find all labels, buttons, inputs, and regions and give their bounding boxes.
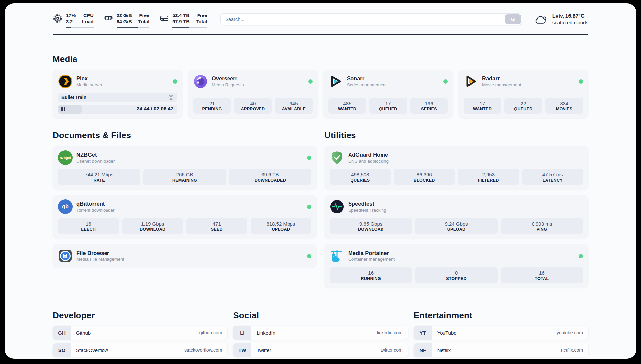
search-bar: G xyxy=(220,13,522,25)
pause-icon[interactable] xyxy=(61,107,65,111)
stat-tile: 0.993 ms PING xyxy=(501,218,583,234)
weather-location: Lviv, 16.87°C xyxy=(552,13,588,19)
plex-icon xyxy=(58,74,73,89)
stat-tile: 9.24 Gbps UPLOAD xyxy=(415,218,497,234)
app-title: NZBGet xyxy=(76,151,115,158)
now-playing-row[interactable]: Bullet Train xyxy=(58,93,177,102)
utilities-column: Utilities xyxy=(324,130,588,288)
app-card-radarr[interactable]: Radarr Movie management 17 WANTED 22 QUE… xyxy=(458,70,588,118)
portainer-icon xyxy=(330,249,344,263)
app-card-plex[interactable]: Plex Media server Bullet Train 24:44 / 0… xyxy=(53,70,183,118)
stat-label: QUERIES xyxy=(331,178,389,183)
memory-free: 22 GiB xyxy=(117,13,132,18)
cpu-load: 3.2 xyxy=(66,19,76,25)
app-card-nzbget[interactable]: nzbget NZBGet Usenet downloader 744.21 M… xyxy=(53,146,317,190)
stat-value: 744.21 Mbps xyxy=(59,171,139,178)
link-label: LinkedIn xyxy=(257,330,275,336)
stat-value: 86,396 xyxy=(395,171,454,178)
app-card-filebrowser[interactable]: File Browser Media File Management xyxy=(53,244,317,268)
app-subtitle: Media Requests xyxy=(212,82,244,88)
app-card-qbittorrent[interactable]: qb qBittorrent Torrent downloader 16 LEE… xyxy=(53,195,317,239)
app-title: Media Portainer xyxy=(348,250,395,257)
cpu-stat: 17% CPU 3.2 Load xyxy=(53,13,94,28)
stat-tile: 266 GB REMAINING xyxy=(143,169,226,185)
app-title: Plex xyxy=(76,75,102,82)
status-dot xyxy=(308,79,313,84)
ram-icon xyxy=(104,14,113,23)
app-card-adguard[interactable]: AdGuard Home DNS and adblocking 498,508 … xyxy=(324,146,588,190)
stat-tile: 1.19 Gbps DOWNLOAD xyxy=(122,218,183,234)
now-playing-camera-icon[interactable] xyxy=(168,94,174,100)
link-linkedin[interactable]: LI LinkedIn linkedin.com xyxy=(233,326,408,340)
stat-tile: 17 QUEUED xyxy=(369,98,407,114)
stat-value: 2,953 xyxy=(459,171,518,178)
link-url: github.com xyxy=(199,330,222,335)
app-subtitle: Media File Management xyxy=(76,257,124,262)
app-title: Overseerr xyxy=(212,75,244,82)
disk-progress-bar xyxy=(172,27,207,28)
developer-section: Developer GH Github github.com SO StackO… xyxy=(53,310,227,359)
stat-label: STOPPED xyxy=(416,276,496,281)
stat-label: UPLOAD xyxy=(416,227,496,232)
stat-label: SERIES xyxy=(412,106,446,112)
disk-total: 97.9 TB xyxy=(172,19,190,25)
link-twitter[interactable]: TW Twitter twitter.com xyxy=(233,343,408,357)
stat-value: 471 xyxy=(188,221,246,227)
app-subtitle: Container management xyxy=(348,257,395,262)
app-card-overseerr[interactable]: Overseerr Media Requests 21 PENDING 40 A… xyxy=(188,70,318,118)
top-divider xyxy=(53,34,588,35)
app-title: File Browser xyxy=(76,250,124,257)
stat-value: 17 xyxy=(371,100,406,106)
memory-label-2: Total xyxy=(138,19,150,25)
memory-label-1: Free xyxy=(138,13,150,18)
stat-label: RATE xyxy=(59,178,139,183)
filebrowser-icon xyxy=(58,249,73,263)
adguard-icon xyxy=(330,150,344,165)
link-abbr: LI xyxy=(233,326,251,340)
cloud-icon xyxy=(534,14,548,25)
documents-column: Documents & Files nzbget NZBGet Usenet d… xyxy=(53,130,317,288)
cpu-percent: 17% xyxy=(66,13,76,18)
top-bar: 17% CPU 3.2 Load 22 GiB xyxy=(53,13,588,28)
search-engine-button[interactable]: G xyxy=(505,14,521,24)
stat-value: 9.24 Gbps xyxy=(416,221,496,227)
link-netflix[interactable]: NF Netflix netflix.com xyxy=(414,343,588,357)
app-card-portainer[interactable]: Media Portainer Container management 16 … xyxy=(324,244,588,288)
link-label: Twitter xyxy=(257,348,271,353)
nzbget-icon: nzbget xyxy=(58,150,73,165)
stat-tile: 16 RUNNING xyxy=(330,267,412,283)
stat-tile: 618.52 Mbps UPLOAD xyxy=(251,218,312,234)
app-title: Speedtest xyxy=(348,200,386,207)
link-youtube[interactable]: YT YouTube youtube.com xyxy=(414,326,588,340)
playback-progress[interactable]: 24:44 / 02:06:47 xyxy=(58,105,177,114)
memory-total: 64 GiB xyxy=(117,19,132,25)
cpu-label-2: Load xyxy=(82,19,94,25)
cpu-label-1: CPU xyxy=(82,13,94,18)
section-title-documents: Documents & Files xyxy=(53,130,317,140)
link-abbr: TW xyxy=(233,343,251,357)
dashboard-container: 17% CPU 3.2 Load 22 GiB xyxy=(5,3,636,359)
stat-label: LATENCY xyxy=(524,178,582,183)
stat-label: REMAINING xyxy=(145,178,224,183)
now-playing-title: Bullet Train xyxy=(61,95,86,100)
link-url: stackoverflow.com xyxy=(184,348,222,353)
app-card-sonarr[interactable]: Sonarr Series management 485 WANTED 17 Q… xyxy=(323,70,453,118)
social-section: Social LI LinkedIn linkedin.com TW Twitt… xyxy=(233,310,408,359)
link-github[interactable]: GH Github github.com xyxy=(53,326,227,340)
app-card-speedtest[interactable]: Speedtest Speedtest Tracking 9.65 Gbps D… xyxy=(324,195,588,239)
link-label: YouTube xyxy=(437,330,457,336)
stat-label: MOVIES xyxy=(547,106,582,112)
stat-value: 485 xyxy=(330,100,365,106)
section-title-social: Social xyxy=(233,310,408,320)
section-title-media: Media xyxy=(53,54,588,64)
memory-progress-bar xyxy=(117,27,150,28)
link-stackoverflow[interactable]: SO StackOverflow stackoverflow.com xyxy=(53,343,227,357)
status-dot xyxy=(579,254,583,258)
search-input[interactable] xyxy=(221,14,504,25)
stat-value: 17 xyxy=(465,100,500,106)
weather-widget: Lviv, 16.87°C scattered clouds xyxy=(534,13,588,26)
link-url: youtube.com xyxy=(557,330,583,335)
section-title-developer: Developer xyxy=(53,310,227,320)
stat-value: 1.19 Gbps xyxy=(124,221,182,227)
stat-label: APPROVED xyxy=(235,106,270,112)
